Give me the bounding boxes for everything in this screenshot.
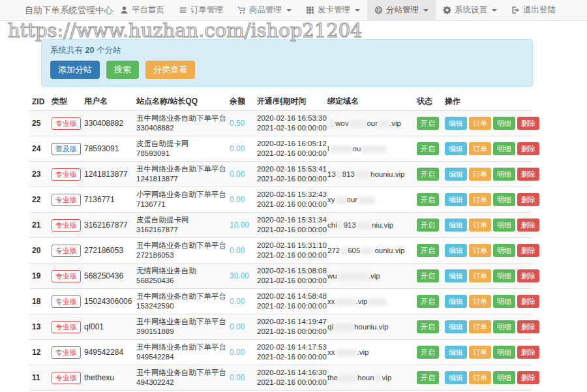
expire-time: 2021-02-16 00:00:00 <box>257 250 322 260</box>
balance-link[interactable]: 10.00 <box>230 220 249 230</box>
detail-button[interactable]: 明细 <box>493 269 515 282</box>
orders-button[interactable]: 订单 <box>469 346 491 359</box>
type-badge: 专业版 <box>52 168 81 181</box>
detail-button[interactable]: 明细 <box>493 117 515 130</box>
globe-icon <box>374 6 383 14</box>
detail-button[interactable]: 明细 <box>493 320 515 333</box>
nav-item-1[interactable]: 平台首页 <box>113 0 172 20</box>
summary-alert: 系统共有 20 个分站 添加分站 搜索 分类查看 <box>41 39 533 87</box>
balance-link[interactable]: 0.00 <box>230 297 245 306</box>
nav-item-6[interactable]: 系统设置 <box>436 0 504 20</box>
status-enabled-button[interactable]: 开启 <box>417 346 439 359</box>
zid-cell: 12 <box>29 340 49 365</box>
delete-button[interactable]: 删除 <box>517 269 539 282</box>
edit-button[interactable]: 编辑 <box>445 320 467 333</box>
orders-button[interactable]: 订单 <box>469 320 491 333</box>
edit-button[interactable]: 编辑 <box>445 269 467 282</box>
detail-button[interactable]: 明细 <box>493 219 515 232</box>
orders-button[interactable]: 订单 <box>469 117 491 130</box>
redacted-blur <box>330 145 352 153</box>
nav-item-7[interactable]: 退出登陆 <box>504 0 563 20</box>
delete-button[interactable]: 删除 <box>517 295 539 308</box>
open-time: 2020-02-16 14:58:48 <box>257 292 322 301</box>
edit-button[interactable]: 编辑 <box>445 219 467 232</box>
delete-button[interactable]: 删除 <box>517 244 539 257</box>
orders-button[interactable]: 订单 <box>469 295 491 308</box>
expire-time: 2021-02-16 00:00:00 <box>257 276 322 286</box>
status-enabled-button[interactable]: 开启 <box>417 320 439 333</box>
col-header-4: 站点名称/站长QQ <box>134 92 227 111</box>
type-cell: 专业版 <box>49 264 82 289</box>
status-enabled-button[interactable]: 开启 <box>417 193 439 206</box>
orders-button[interactable]: 订单 <box>469 371 491 384</box>
delete-button[interactable]: 删除 <box>517 193 539 206</box>
balance-link[interactable]: 0.00 <box>230 322 245 331</box>
edit-button[interactable]: 编辑 <box>445 371 467 384</box>
status-enabled-button[interactable]: 开启 <box>417 269 439 282</box>
add-substation-button[interactable]: 添加分站 <box>50 61 100 79</box>
balance-link[interactable]: 0.00 <box>230 348 245 357</box>
delete-button[interactable]: 删除 <box>517 346 539 359</box>
actions-cell: 编辑订单明细删除 <box>442 187 532 213</box>
balance-link[interactable]: 0.00 <box>230 195 245 204</box>
orders-button[interactable]: 订单 <box>469 168 491 181</box>
balance-link[interactable]: 0.00 <box>230 144 245 153</box>
search-button[interactable]: 搜索 <box>106 61 139 79</box>
edit-button[interactable]: 编辑 <box>445 244 467 257</box>
orders-button[interactable]: 订单 <box>469 244 491 257</box>
status-cell: 开启 <box>414 314 442 340</box>
edit-button[interactable]: 编辑 <box>445 142 467 155</box>
edit-button[interactable]: 编辑 <box>445 193 467 206</box>
status-enabled-button[interactable]: 开启 <box>417 371 439 384</box>
orders-button[interactable]: 订单 <box>469 269 491 282</box>
domain-text: 605 <box>348 247 360 254</box>
balance-link[interactable]: 0.50 <box>230 119 245 128</box>
domain-text: vip <box>382 374 392 382</box>
status-enabled-button[interactable]: 开启 <box>417 142 439 155</box>
status-enabled-button[interactable]: 开启 <box>417 168 439 181</box>
detail-button[interactable]: 明细 <box>493 142 515 155</box>
delete-button[interactable]: 删除 <box>517 320 539 333</box>
detail-button[interactable]: 明细 <box>493 295 515 308</box>
type-cell: 专业版 <box>49 314 82 340</box>
balance-link[interactable]: 0.00 <box>230 246 245 255</box>
orders-button[interactable]: 订单 <box>469 219 491 232</box>
detail-button[interactable]: 明细 <box>493 193 515 206</box>
app-title[interactable]: 自助下单系统管理中心 <box>25 0 113 20</box>
edit-button[interactable]: 编辑 <box>445 346 467 359</box>
orders-button[interactable]: 订单 <box>469 193 491 206</box>
delete-button[interactable]: 删除 <box>517 142 539 155</box>
nav-item-3[interactable]: 商品管理 <box>230 0 299 20</box>
delete-button[interactable]: 删除 <box>517 117 539 130</box>
category-view-button[interactable]: 分类查看 <box>145 61 195 79</box>
balance-link[interactable]: 0.00 <box>230 373 245 382</box>
detail-button[interactable]: 明细 <box>493 244 515 257</box>
site-name: 丑牛网络业务自助下单平台 <box>136 317 224 327</box>
status-cell: 开启 <box>414 264 442 289</box>
status-enabled-button[interactable]: 开启 <box>417 117 439 130</box>
status-enabled-button[interactable]: 开启 <box>417 295 439 308</box>
grid-icon <box>306 6 314 14</box>
table-row: 21专业版3162167877皮蛋自助提卡网316216787710.00202… <box>29 213 532 238</box>
nav-item-5[interactable]: 分站管理 <box>367 0 436 20</box>
balance-link[interactable]: 30.00 <box>230 271 249 280</box>
domain-text: .vip <box>369 272 380 280</box>
nav-item-2[interactable]: 订单管理 <box>172 0 230 20</box>
zid-cell: 25 <box>29 111 49 136</box>
balance-link[interactable]: 0.00 <box>230 170 245 179</box>
edit-button[interactable]: 编辑 <box>445 295 467 308</box>
orders-button[interactable]: 订单 <box>469 142 491 155</box>
site-name: 小宇网络业务自助下单平台 <box>136 190 224 200</box>
delete-button[interactable]: 删除 <box>517 219 539 232</box>
status-enabled-button[interactable]: 开启 <box>417 219 439 232</box>
detail-button[interactable]: 明细 <box>493 346 515 359</box>
edit-button[interactable]: 编辑 <box>445 117 467 130</box>
nav-item-4[interactable]: 发卡管理 <box>299 0 367 20</box>
detail-button[interactable]: 明细 <box>493 168 515 181</box>
site-name-cell: 丑牛网络业务自助下单平台949542284 <box>134 340 227 365</box>
status-enabled-button[interactable]: 开启 <box>417 244 439 257</box>
delete-button[interactable]: 删除 <box>517 168 539 181</box>
delete-button[interactable]: 删除 <box>517 371 539 384</box>
detail-button[interactable]: 明细 <box>493 371 515 384</box>
edit-button[interactable]: 编辑 <box>445 168 467 181</box>
